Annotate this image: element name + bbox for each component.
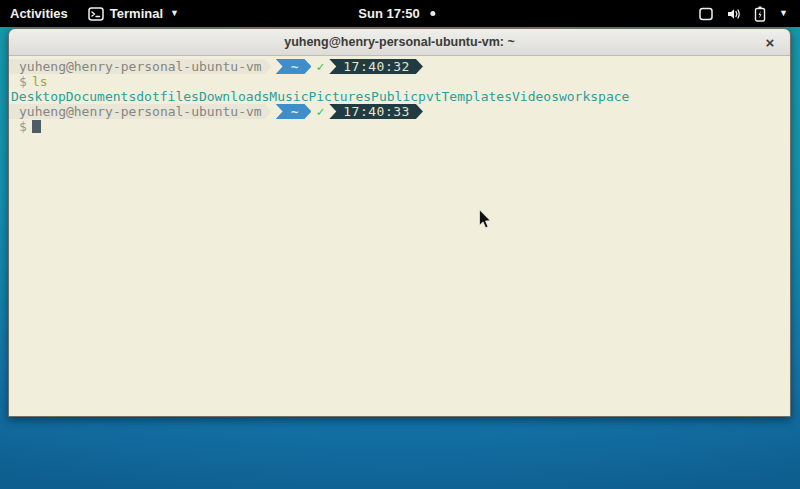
- prompt-user-host: yuheng@henry-personal-ubuntu-vm: [9, 59, 272, 74]
- app-menu[interactable]: Terminal ▼: [78, 0, 189, 27]
- command-text: ls: [32, 74, 48, 89]
- directory-name: pvt: [418, 89, 441, 104]
- battery-charging-icon: [754, 6, 766, 22]
- clock-menu[interactable]: Sun 17:50: [348, 0, 445, 27]
- volume-icon: [726, 7, 742, 21]
- prompt-time-segment: 17:40:33: [329, 104, 423, 119]
- prompt-line-2: yuheng@henry-personal-ubuntu-vm ~ ✓ 17:4…: [9, 104, 790, 119]
- terminal-app-icon: [88, 7, 104, 21]
- directory-name: Desktop: [11, 89, 66, 104]
- prompt-user-host: yuheng@henry-personal-ubuntu-vm: [9, 104, 272, 119]
- screen-icon: [698, 7, 714, 21]
- prompt-line-1: yuheng@henry-personal-ubuntu-vm ~ ✓ 17:4…: [9, 59, 790, 74]
- directory-name: Downloads: [199, 89, 269, 104]
- directory-name: dotfiles: [136, 89, 199, 104]
- activities-button[interactable]: Activities: [0, 0, 78, 27]
- window-titlebar[interactable]: yuheng@henry-personal-ubuntu-vm: ~ ×: [9, 29, 790, 56]
- system-menu[interactable]: ▼: [686, 0, 800, 27]
- prompt-char: $: [9, 74, 32, 89]
- chevron-down-icon: ▼: [779, 9, 788, 18]
- command-line: $ ls: [9, 74, 790, 89]
- prompt-char: $: [9, 119, 32, 134]
- notification-dot: [431, 11, 436, 16]
- directory-name: Templates: [442, 89, 512, 104]
- directory-name: Music: [269, 89, 308, 104]
- status-check-icon: ✓: [316, 104, 324, 119]
- directory-listing: Desktop Documents dotfiles Downloads Mus…: [9, 89, 790, 104]
- prompt-time-segment: 17:40:32: [329, 59, 423, 74]
- status-check-icon: ✓: [316, 59, 324, 74]
- prompt-path-segment: ~: [276, 59, 312, 74]
- input-line[interactable]: $: [9, 119, 790, 134]
- app-menu-label: Terminal: [110, 6, 163, 21]
- prompt-path-segment: ~: [276, 104, 312, 119]
- directory-name: Public: [371, 89, 418, 104]
- directory-name: workspace: [559, 89, 629, 104]
- clock-label: Sun 17:50: [358, 6, 419, 21]
- desktop: Activities Terminal ▼ Sun 17:50: [0, 0, 800, 489]
- directory-name: Videos: [512, 89, 559, 104]
- close-button[interactable]: ×: [758, 29, 782, 55]
- top-bar-left: Activities Terminal ▼: [0, 0, 189, 27]
- directory-name: Pictures: [308, 89, 371, 104]
- chevron-down-icon: ▼: [170, 9, 179, 18]
- window-title: yuheng@henry-personal-ubuntu-vm: ~: [284, 35, 515, 49]
- top-bar: Activities Terminal ▼ Sun 17:50: [0, 0, 800, 27]
- terminal-content[interactable]: yuheng@henry-personal-ubuntu-vm ~ ✓ 17:4…: [9, 56, 790, 416]
- directory-name: Documents: [66, 89, 136, 104]
- terminal-window: yuheng@henry-personal-ubuntu-vm: ~ × yuh…: [8, 28, 791, 417]
- text-cursor: [32, 120, 41, 133]
